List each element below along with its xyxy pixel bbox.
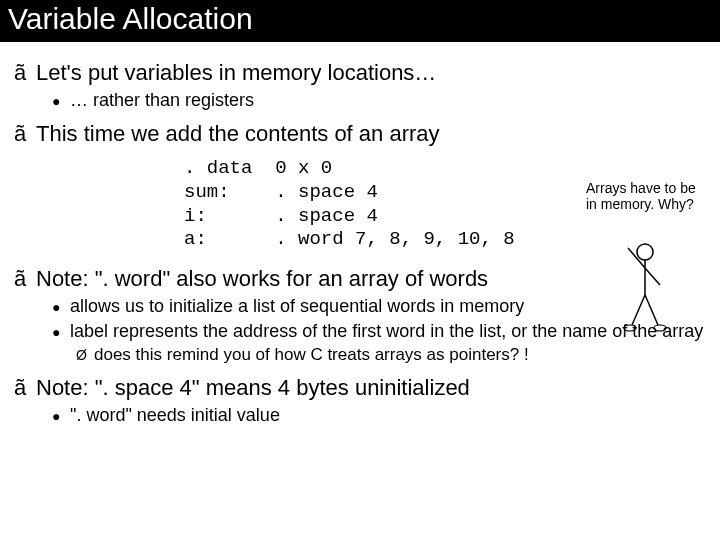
annotation-text: Arrays have to be in memory. Why? [586,180,696,212]
bullet-icon: ã [14,121,36,147]
bullet-4: ã Note: ". space 4" means 4 bytes uninit… [14,375,706,401]
dot-icon: ● [52,299,70,315]
bullet-icon: ã [14,375,36,401]
arrow-icon: Ø [76,347,94,363]
bullet-1-sub-1: ● … rather than registers [52,90,706,111]
bullet-3-sub-3: Ø does this remind you of how C treats a… [76,345,706,365]
svg-line-4 [632,295,645,325]
bullet-3-sub-3-text: does this remind you of how C treats arr… [94,345,529,365]
bullet-4-text: Note: ". space 4" means 4 bytes uninitia… [36,375,470,401]
stick-figure-icon [610,240,670,335]
bullet-2-text: This time we add the contents of an arra… [36,121,440,147]
bullet-4-sub-1: ● ". word" needs initial value [52,405,706,426]
dot-icon: ● [52,324,70,340]
slide-title: Variable Allocation [8,2,253,35]
bullet-4-sub-1-text: ". word" needs initial value [70,405,280,426]
bullet-icon: ã [14,60,36,86]
svg-line-3 [645,268,660,285]
bullet-3: ã Note: ". word" also works for an array… [14,266,706,292]
bullet-1-sub-1-text: … rather than registers [70,90,254,111]
svg-point-6 [624,325,636,331]
bullet-1: ã Let's put variables in memory location… [14,60,706,86]
dot-icon: ● [52,93,70,109]
bullet-3-sub-2: ● label represents the address of the fi… [52,321,706,342]
svg-point-7 [654,325,666,331]
slide-content: ã Let's put variables in memory location… [0,42,720,426]
svg-point-0 [637,244,653,260]
svg-line-5 [645,295,658,325]
bullet-3-sub-1: ● allows us to initialize a list of sequ… [52,296,706,317]
slide-title-bar: Variable Allocation [0,0,720,42]
bullet-2: ã This time we add the contents of an ar… [14,121,706,147]
bullet-3-sub-2-text: label represents the address of the firs… [70,321,703,342]
bullet-icon: ã [14,266,36,292]
bullet-3-text: Note: ". word" also works for an array o… [36,266,488,292]
bullet-3-sub-1-text: allows us to initialize a list of sequen… [70,296,524,317]
dot-icon: ● [52,408,70,424]
bullet-1-text: Let's put variables in memory locations… [36,60,436,86]
